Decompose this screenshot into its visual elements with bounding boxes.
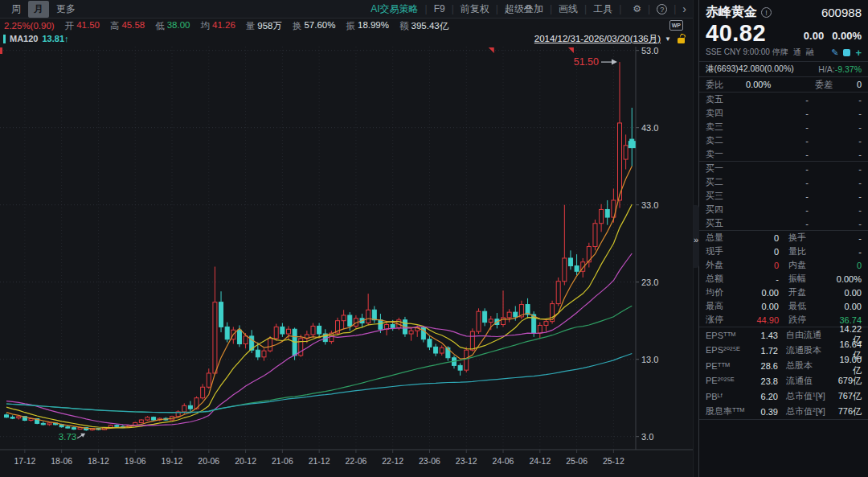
info-icon[interactable]: ! [761, 7, 772, 18]
stat-换: 换57.60% [293, 20, 336, 32]
event-flag-icon [0, 47, 2, 54]
collapse-panel-icon[interactable]: » [694, 236, 698, 245]
chart-section: 周月更多 AI交易策略|F9|前复权|超级叠加|画线|工具| ⚙ | ? | ›… [0, 0, 693, 477]
chart-area: MA120 13.81↑ 2014/12/31-2026/03/20(136月)… [0, 33, 693, 477]
fundamental-row: PEᵀᵀᴹ28.6总股本19.00亿 [699, 358, 868, 373]
stock-code: 600988 [821, 6, 862, 19]
menu-item-0[interactable]: AI交易策略 [364, 2, 424, 16]
stat-row: 总额-振幅0.00% [699, 272, 868, 286]
order-row: 买四-- [699, 203, 868, 216]
last-price-marker [628, 141, 636, 148]
svg-text:13.0: 13.0 [641, 355, 658, 364]
svg-text:22-12: 22-12 [382, 456, 403, 466]
stat-高: 高45.58 [110, 20, 145, 32]
stat-低: 低38.00 [155, 20, 190, 32]
panel-splitter[interactable]: » [693, 0, 698, 477]
help-icon: ? [657, 4, 667, 14]
trading-terminal: 周月更多 AI交易策略|F9|前复权|超级叠加|画线|工具| ⚙ | ? | ›… [0, 0, 868, 477]
fundamentals-block: EPSᵀᵀᴹ1.43自由流通14.22亿EPS²⁰²⁵ᴱ1.72流通股本16.6… [699, 327, 868, 419]
stat-振: 振18.99% [346, 20, 389, 32]
svg-text:25-12: 25-12 [603, 456, 624, 466]
tab-周[interactable]: 周 [6, 1, 27, 18]
ohlc-stats: 开41.50高45.58低38.00均41.26量958万换57.60%振18.… [65, 20, 449, 32]
candle-stats-bar: 2.25%(0.90) 开41.50高45.58低38.00均41.26量958… [0, 19, 693, 33]
order-row: 卖五-- [699, 93, 868, 106]
candlestick-chart[interactable]: 17-1218-0618-1219-0619-1220-0620-1221-06… [0, 33, 693, 477]
svg-text:3.0: 3.0 [641, 432, 653, 442]
svg-text:20-12: 20-12 [235, 456, 256, 466]
help-button[interactable]: ? [650, 3, 674, 15]
last-price: 40.82 [706, 21, 766, 45]
quote-panel: 赤峰黄金 ! 600988 40.82 0.00 0.00% SSE CNY 9… [698, 0, 868, 477]
chevron-down-icon: ▼ [665, 35, 671, 43]
stat-row: 最高0.00最低0.00 [699, 299, 868, 313]
price-change: 0.00 0.00% [804, 30, 862, 45]
change-percent: 2.25%(0.90) [4, 21, 55, 31]
stat-量: 量958万 [246, 20, 282, 32]
svg-text:19-06: 19-06 [125, 456, 146, 466]
pencil-icon[interactable]: ✎ [831, 47, 838, 58]
market-status: SSE CNY 9:00:00 停牌 [706, 47, 788, 58]
order-row: 买二-- [699, 175, 868, 189]
hk-quote: 港(6693)42.080(0.00%) [706, 64, 794, 75]
stat-额: 额395.43亿 [399, 20, 448, 32]
tab-月[interactable]: 月 [28, 1, 49, 18]
svg-text:18-06: 18-06 [51, 456, 72, 466]
unlock-icon[interactable] [678, 38, 685, 43]
ha-premium: -9.37% [835, 64, 862, 74]
svg-text:33.0: 33.0 [641, 200, 658, 210]
add-icon[interactable]: + [855, 47, 862, 58]
stat-均: 均41.26 [201, 20, 235, 32]
svg-text:20-06: 20-06 [198, 456, 219, 466]
bid-levels: 买一--买二--买三--买四--买五-- [699, 162, 868, 230]
svg-text:23-12: 23-12 [456, 456, 477, 466]
order-row: 买五-- [699, 216, 868, 230]
order-row: 买一-- [699, 162, 868, 175]
settings-button[interactable]: ⚙ [626, 3, 648, 14]
weibi-row: 委比 0.00% 委差 0 [699, 77, 868, 92]
fundamental-row: 股息率ᵀᵀᴹ0.39总市值²[¥]776亿 [699, 404, 868, 419]
gear-icon: ⚙ [633, 3, 641, 14]
svg-text:23.0: 23.0 [641, 278, 658, 287]
fundamental-row: PE²⁰²⁵ᴱ23.8流通值679亿 [699, 373, 868, 389]
tab-更多[interactable]: 更多 [51, 1, 81, 18]
menu-item-2[interactable]: 前复权 [454, 2, 496, 16]
order-row: 卖二-- [699, 134, 868, 147]
fundamental-row: PBᴸᶠ6.20总市值¹[¥]767亿 [699, 389, 868, 404]
svg-text:53.0: 53.0 [641, 46, 658, 56]
hk-share-row: 港(6693)42.080(0.00%) H/A: -9.37% [699, 62, 868, 76]
svg-text:22-06: 22-06 [345, 456, 366, 466]
low-annotation: 3.73 [59, 432, 76, 442]
menu-item-5[interactable]: 工具 [587, 2, 619, 16]
toolbar-more-button[interactable]: › [676, 2, 693, 15]
order-row: 卖三-- [699, 120, 868, 134]
date-range-selector[interactable]: 2014/12/31-2026/03/20(136月) ▼ [534, 33, 685, 45]
menu-item-1[interactable]: F9 [428, 3, 452, 14]
stat-row: 现手0量比- [699, 245, 868, 258]
svg-text:24-06: 24-06 [493, 456, 514, 466]
svg-text:23-06: 23-06 [419, 456, 440, 466]
alert-icon[interactable] [843, 49, 850, 56]
svg-text:18-12: 18-12 [88, 456, 109, 466]
date-range-text: 2014/12/31-2026/03/20(136月) [534, 33, 661, 45]
ma-line-MA5 [6, 167, 632, 430]
high-annotation: 51.50 [574, 56, 599, 68]
svg-text:25-06: 25-06 [566, 456, 588, 466]
menu-item-3[interactable]: 超级叠加 [498, 2, 550, 16]
menu-item-4[interactable]: 画线 [552, 2, 584, 16]
ma-line-MA20 [6, 253, 632, 426]
order-row: 卖四-- [699, 106, 868, 120]
stock-name: 赤峰黄金 [706, 4, 757, 21]
svg-text:17-12: 17-12 [14, 456, 35, 466]
svg-text:21-12: 21-12 [309, 456, 330, 466]
stat-row: 外盘0内盘0 [699, 258, 868, 272]
svg-text:21-06: 21-06 [272, 456, 293, 466]
badge-rong: 融 [806, 47, 814, 58]
wp-window-icon[interactable]: WP [669, 20, 683, 31]
ma-legend: MA120 13.81↑ [3, 34, 69, 43]
period-tabs: 周月更多 [0, 1, 82, 18]
svg-text:43.0: 43.0 [641, 123, 658, 133]
ha-label: H/A: [818, 64, 834, 74]
order-row: 买三-- [699, 189, 868, 203]
ma-legend-name: MA120 [10, 34, 38, 43]
